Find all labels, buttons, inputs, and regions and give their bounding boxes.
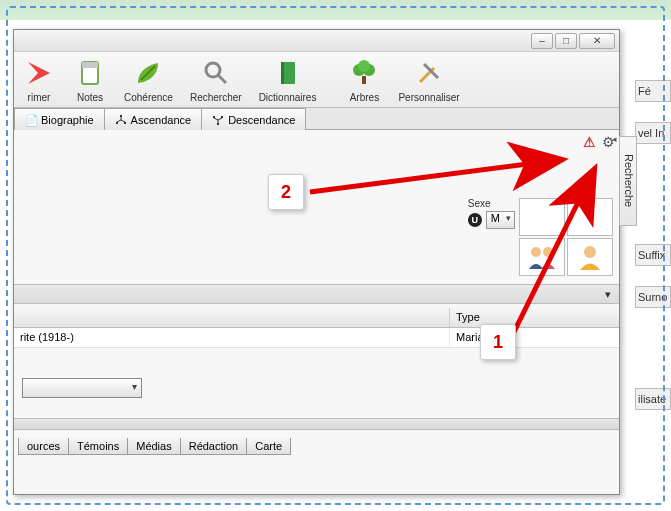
chevron-down-icon: ▾ — [605, 288, 611, 301]
type-header: Type — [449, 308, 619, 327]
svg-rect-15 — [124, 122, 126, 124]
background-window-fragments: Fé vel In Suffix Surno ilisate — [635, 80, 671, 410]
tab-label: Ascendance — [131, 114, 192, 126]
dictionaries-button[interactable]: Dictionnaires — [251, 54, 326, 105]
tool-label: Arbres — [350, 92, 379, 103]
tools-icon — [412, 56, 446, 90]
tab-ascendance[interactable]: Ascendance — [104, 108, 203, 130]
tool-label: Notes — [77, 92, 103, 103]
frag: Surno — [635, 286, 671, 308]
tool-label: Dictionnaires — [259, 92, 317, 103]
bottom-tabs: ources Témoins Médias Rédaction Carte — [18, 438, 290, 455]
svg-rect-14 — [116, 122, 118, 124]
row-person: rite (1918-) — [14, 328, 449, 347]
portrait-slot[interactable] — [567, 198, 613, 236]
content-area: ◂ ⚠ ⚙ Sexe U M — [14, 130, 619, 492]
recherche-side-tab[interactable]: Recherche — [619, 136, 637, 226]
svg-rect-13 — [120, 115, 122, 117]
tab-redaction[interactable]: Rédaction — [180, 438, 248, 455]
svg-rect-7 — [362, 76, 366, 84]
separator — [14, 418, 619, 430]
svg-point-20 — [543, 247, 553, 257]
row-type: Mariage — [449, 328, 619, 347]
tab-sources[interactable]: ources — [18, 438, 69, 455]
callout-1: 1 — [480, 324, 516, 360]
svg-rect-17 — [213, 116, 215, 118]
tab-descendance[interactable]: Descendance — [201, 108, 306, 130]
search-icon — [199, 56, 233, 90]
notes-button[interactable]: Notes — [65, 54, 116, 105]
customize-button[interactable]: Personnaliser — [390, 54, 468, 105]
notes-icon — [73, 56, 107, 90]
section-collapse-bar[interactable]: ▾ — [14, 284, 619, 304]
portrait-single[interactable] — [567, 238, 613, 276]
toolbar: rimer Notes Cohérence Rechercher Diction… — [14, 52, 619, 108]
maximize-button[interactable]: □ — [555, 33, 577, 49]
minimize-button[interactable]: – — [531, 33, 553, 49]
frag: ilisate — [635, 388, 671, 410]
tree-icon — [347, 56, 381, 90]
down-tree-icon — [212, 114, 224, 126]
svg-point-3 — [206, 63, 220, 77]
tab-temoins[interactable]: Témoins — [68, 438, 128, 455]
svg-rect-18 — [221, 116, 223, 118]
book-icon — [271, 56, 305, 90]
search-button[interactable]: Rechercher — [182, 54, 251, 105]
callout-2: 2 — [268, 174, 304, 210]
tab-label: Biographie — [41, 114, 94, 126]
close-button[interactable]: ✕ — [579, 33, 615, 49]
tool-label: Cohérence — [124, 92, 173, 103]
tab-biographie[interactable]: 📄 Biographie — [14, 108, 105, 130]
u-badge-icon: U — [468, 213, 482, 227]
tab-label: Descendance — [228, 114, 295, 126]
main-window: – □ ✕ rimer Notes Cohérence Recher — [13, 29, 620, 495]
delete-icon — [22, 56, 56, 90]
svg-marker-0 — [28, 62, 50, 84]
tab-carte[interactable]: Carte — [246, 438, 291, 455]
alert-icon[interactable]: ⚠ — [583, 134, 596, 150]
svg-rect-6 — [281, 62, 284, 84]
portrait-couple[interactable] — [519, 238, 565, 276]
filter-dropdown[interactable] — [22, 378, 142, 398]
list-header: Type — [14, 308, 619, 328]
sexe-label: Sexe — [468, 198, 491, 209]
main-tabs: 📄 Biographie Ascendance Descendance — [14, 108, 619, 130]
tool-label: Rechercher — [190, 92, 242, 103]
tool-label: Personnaliser — [398, 92, 459, 103]
frag: Fé — [635, 80, 671, 102]
portrait-slot[interactable] — [519, 198, 565, 236]
table-row[interactable]: rite (1918-) Mariage — [14, 328, 619, 348]
svg-rect-2 — [82, 62, 98, 68]
gear-icon[interactable]: ⚙ — [602, 134, 615, 150]
frag: Suffix — [635, 244, 671, 266]
svg-point-10 — [358, 60, 370, 72]
titlebar: – □ ✕ — [14, 30, 619, 52]
sexe-select[interactable]: M — [486, 211, 515, 229]
coherence-button[interactable]: Cohérence — [116, 54, 182, 105]
trees-button[interactable]: Arbres — [339, 54, 390, 105]
frag: vel In — [635, 122, 671, 144]
svg-line-4 — [218, 75, 226, 83]
tool-label: rimer — [28, 92, 51, 103]
up-tree-icon — [115, 114, 127, 126]
portrait-grid — [519, 198, 613, 276]
doc-icon: 📄 — [25, 114, 37, 126]
tab-medias[interactable]: Médias — [127, 438, 180, 455]
svg-point-19 — [531, 247, 541, 257]
primer-button[interactable]: rimer — [14, 54, 65, 105]
svg-rect-16 — [217, 123, 219, 125]
leaf-icon — [131, 56, 165, 90]
svg-point-21 — [584, 246, 596, 258]
